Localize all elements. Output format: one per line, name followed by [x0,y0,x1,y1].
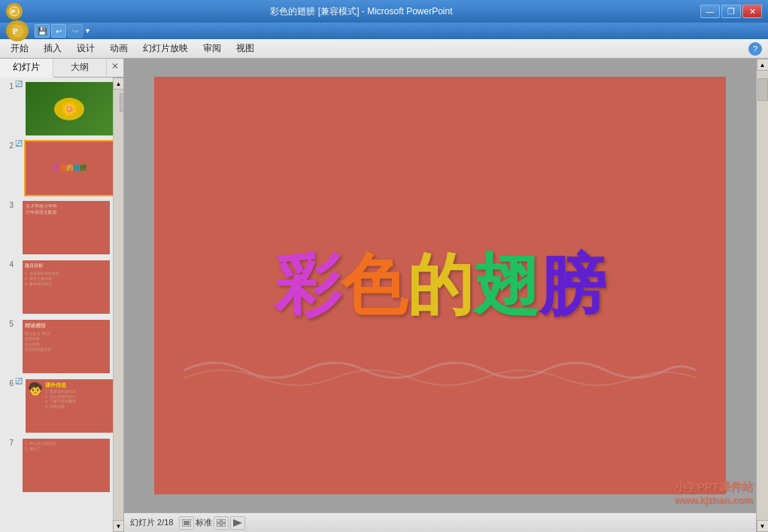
slide-number-1: 1 [2,81,15,90]
main-area: 幻灯片 大纲 ✕ 1 🔄 🌼 [0,59,768,532]
status-view-icons: 标准 [179,516,245,530]
scroll-thumb[interactable] [120,93,124,112]
quick-access-toolbar: P 💾 ↩ ↪ ▼ [0,23,768,39]
close-button[interactable]: ✕ [742,5,762,18]
slide-item-5[interactable]: 5 精读感悟 那么这 太 阳 光 竟然照射 怎么回到 所以要照射反射 [2,318,111,375]
svg-text:P: P [13,27,17,35]
char-se: 色 [341,249,407,322]
slide-icons-1: 🔄 [15,81,23,87]
menu-animate[interactable]: 动画 [102,41,135,56]
svg-rect-9 [222,524,226,527]
slide-canvas[interactable]: 彩色的翅膀 [154,77,726,494]
minimize-button[interactable]: — [700,5,720,18]
slide-thumbnail-4[interactable]: 题目目标 1. 说说那些词语意思 2. 课文主要内容 3. 整体感知课文 [21,259,111,315]
char-bang: 膀 [539,249,606,322]
slide-number-6: 6 [2,378,15,388]
slide-item-2[interactable]: 2 🔄 彩色的翅膀 [2,140,111,196]
scroll-right-down-button[interactable]: ▼ [757,520,769,532]
quick-access-dropdown[interactable]: ▼ [84,27,91,35]
slide-thumbnail-6[interactable]: 🧒 课外信息 1. 最多读到这句话 2. 找出来给同学们 3. 了解下是到哪里 … [24,378,113,434]
office-button[interactable]: P [6,20,29,41]
menu-slideshow[interactable]: 幻灯片放映 [135,41,196,56]
watermark-line2: www.kjzhan.com [675,494,753,506]
svg-rect-7 [222,519,226,522]
slide-icons-2: 🔄 [15,140,23,147]
slide-number-2: 2 [2,140,15,150]
view-presentation-button[interactable] [230,516,245,530]
slide-number-4: 4 [2,259,15,269]
char-chi: 翅 [473,249,539,322]
svg-rect-6 [217,519,220,522]
slide-item-1[interactable]: 1 🔄 🌼 [2,81,111,137]
scroll-down-button[interactable]: ▼ [113,520,124,532]
menu-design[interactable]: 设计 [69,41,102,56]
slide-item-7[interactable]: 7 1. 那么这太阳光照 2. 射向了... [2,437,111,494]
svg-text:P: P [11,8,16,15]
svg-marker-10 [233,519,242,527]
tab-slides[interactable]: 幻灯片 [0,59,53,78]
center-panel: 彩色的翅膀 幻灯片 2/18 标准 [124,59,756,532]
menu-insert[interactable]: 插入 [36,41,69,56]
slide-item-3[interactable]: 3 关才学校小学毕 六年级语文配套 [2,199,111,256]
svg-rect-5 [184,521,190,525]
slide-anim-icon-2: 🔄 [15,140,23,147]
slide-view-area: 彩色的翅膀 [124,59,756,512]
slide-icons-6: 🔄 [15,378,23,385]
watermark: 小学PPT课件站 www.kjzhan.com [675,480,753,506]
panel-scrollbar[interactable]: ▲ ▼ [113,78,123,532]
slide-thumbnail-3[interactable]: 关才学校小学毕 六年级语文配套 [21,199,111,256]
scroll-right-up-button[interactable]: ▲ [757,59,769,71]
svg-rect-8 [217,524,220,527]
office-logo[interactable]: P [6,3,23,20]
restore-button[interactable]: ❐ [721,5,741,18]
view-slidesorter-button[interactable] [214,516,229,530]
window-controls: — ❐ ✕ [700,5,762,18]
slide-title: 彩色的翅膀 [275,253,606,319]
tab-outline[interactable]: 大纲 [53,59,107,77]
view-normal-button[interactable] [179,516,194,530]
status-info: 幻灯片 2/18 [130,517,173,528]
slide-number-5: 5 [2,318,15,328]
slide-thumbnail-1[interactable]: 🌼 [24,81,113,137]
slide-thumbnail-7[interactable]: 1. 那么这太阳光照 2. 射向了... [21,437,111,494]
char-de: 的 [407,249,473,322]
slide-thumbnail-2[interactable]: 彩色的翅膀 [24,140,113,196]
undo-button[interactable]: ↩ [51,24,66,38]
redo-button[interactable]: ↪ [68,24,83,38]
slide-number-7: 7 [2,437,15,447]
menu-bar: 开始 插入 设计 动画 幻灯片放映 审阅 视图 ? [0,39,768,59]
scroll-up-button[interactable]: ▲ [113,78,124,90]
save-button[interactable]: 💾 [35,24,50,38]
menu-view[interactable]: 视图 [229,41,262,56]
panel-close-button[interactable]: ✕ [107,59,123,77]
slides-list[interactable]: 1 🔄 🌼 2 🔄 [0,78,113,532]
slide-number-3: 3 [2,199,15,209]
menu-review[interactable]: 审阅 [196,41,229,56]
wave-decoration [184,351,696,389]
watermark-line1: 小学PPT课件站 [675,480,753,494]
slide-anim-icon-6: 🔄 [15,378,23,385]
slide-anim-icon: 🔄 [15,81,23,87]
title-bar-left: P [6,3,23,20]
status-bar: 幻灯片 2/18 标准 [124,512,756,532]
window-title: 彩色的翅膀 [兼容模式] - Microsoft PowerPoint [23,5,700,18]
title-bar: P 彩色的翅膀 [兼容模式] - Microsoft PowerPoint — … [0,0,768,23]
char-cai: 彩 [275,249,341,322]
scroll-track[interactable] [757,71,768,520]
panel-tabs: 幻灯片 大纲 ✕ [0,59,123,78]
slide-item-6[interactable]: 6 🔄 🧒 课外信息 1. 最多读到这句话 2. 找出来给同学们 [2,378,111,434]
slide-counter: 幻灯片 2/18 [130,517,173,528]
theme-label: 标准 [196,517,212,528]
scroll-thumb-right[interactable] [757,78,768,101]
right-scrollbar: ▲ ▼ [756,59,768,532]
help-button[interactable]: ? [748,42,762,56]
slides-panel: 幻灯片 大纲 ✕ 1 🔄 🌼 [0,59,124,532]
slide-thumbnail-5[interactable]: 精读感悟 那么这 太 阳 光 竟然照射 怎么回到 所以要照射反射 [21,318,111,375]
slide-item-4[interactable]: 4 题目目标 1. 说说那些词语意思 2. 课文主要内容 3. 整体感知课文 [2,259,111,315]
menu-start[interactable]: 开始 [3,41,36,56]
